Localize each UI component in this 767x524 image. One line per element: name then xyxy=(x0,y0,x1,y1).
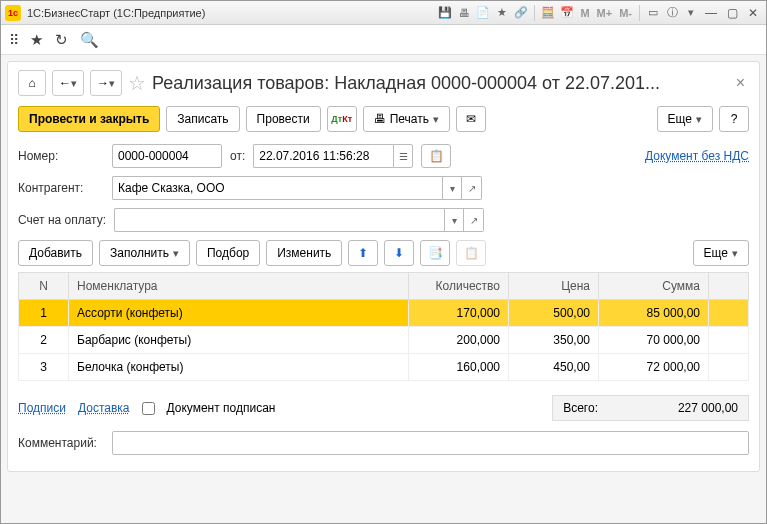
document-form: ⌂ ← ▾ → ▾ ☆ Реализация товаров: Накладна… xyxy=(7,61,760,472)
number-input[interactable] xyxy=(112,144,222,168)
items-table[interactable]: N Номенклатура Количество Цена Сумма 1Ас… xyxy=(18,272,749,381)
post-and-close-button[interactable]: Провести и закрыть xyxy=(18,106,160,132)
cell-qty[interactable]: 160,000 xyxy=(409,354,509,381)
copy-rows-button[interactable]: 📑 xyxy=(420,240,450,266)
tb-dropdown-icon[interactable]: ▾ xyxy=(683,5,699,21)
table-row[interactable]: 1Ассорти (конфеты)170,000500,0085 000,00 xyxy=(19,300,749,327)
cell-qty[interactable]: 170,000 xyxy=(409,300,509,327)
favorite-toggle-icon[interactable]: ☆ xyxy=(128,71,146,95)
more-label: Еще xyxy=(668,112,692,126)
move-down-button[interactable]: ⬇ xyxy=(384,240,414,266)
form-close-button[interactable]: × xyxy=(732,74,749,92)
table-more-label: Еще xyxy=(704,246,728,260)
signatures-link[interactable]: Подписи xyxy=(18,401,66,415)
comment-input[interactable] xyxy=(112,431,749,455)
cell-item[interactable]: Барбарис (конфеты) xyxy=(69,327,409,354)
tb-info-icon[interactable]: ⓘ xyxy=(664,5,680,21)
cell-price[interactable]: 350,00 xyxy=(509,327,599,354)
cell-sum[interactable]: 85 000,00 xyxy=(599,300,709,327)
tb-doc-icon[interactable]: 📄 xyxy=(475,5,491,21)
cell-sum[interactable]: 72 000,00 xyxy=(599,354,709,381)
table-row[interactable]: 3Белочка (конфеты)160,000450,0072 000,00 xyxy=(19,354,749,381)
tb-calendar-icon[interactable]: 📅 xyxy=(559,5,575,21)
favorites-star-icon[interactable]: ★ xyxy=(30,31,43,49)
cell-n[interactable]: 3 xyxy=(19,354,69,381)
paste-rows-button[interactable]: 📋 xyxy=(456,240,486,266)
add-row-button[interactable]: Добавить xyxy=(18,240,93,266)
dropdown-icon[interactable]: ▾ xyxy=(444,208,464,232)
tb-calc-icon[interactable]: 🧮 xyxy=(540,5,556,21)
cell-n[interactable]: 2 xyxy=(19,327,69,354)
col-price[interactable]: Цена xyxy=(509,273,599,300)
cell-price[interactable]: 500,00 xyxy=(509,300,599,327)
history-icon[interactable]: ↻ xyxy=(55,31,68,49)
help-button[interactable]: ? xyxy=(719,106,749,132)
contractor-field[interactable]: ▾ ↗ xyxy=(112,176,482,200)
col-item[interactable]: Номенклатура xyxy=(69,273,409,300)
window-close-button[interactable]: ✕ xyxy=(744,5,762,21)
dtkt-button[interactable]: ДтКт xyxy=(327,106,357,132)
invoice-field[interactable]: ▾ ↗ xyxy=(114,208,484,232)
calendar-icon[interactable]: ☰ xyxy=(393,144,413,168)
window-maximize-button[interactable]: ▢ xyxy=(723,5,741,21)
date-input[interactable] xyxy=(253,144,393,168)
col-qty[interactable]: Количество xyxy=(409,273,509,300)
open-icon[interactable]: ↗ xyxy=(464,208,484,232)
tb-link-icon[interactable]: 🔗 xyxy=(513,5,529,21)
tb-mplus-icon[interactable]: M+ xyxy=(595,7,615,19)
contractor-input[interactable] xyxy=(112,176,442,200)
table-toolbar: Добавить Заполнить ▾ Подбор Изменить ⬆ ⬇… xyxy=(18,240,749,266)
search-icon[interactable]: 🔍 xyxy=(80,31,99,49)
table-row[interactable]: 2Барбарис (конфеты)200,000350,0070 000,0… xyxy=(19,327,749,354)
page-title: Реализация товаров: Накладная 0000-00000… xyxy=(152,73,726,94)
window-title: 1С:БизнесСтарт (1С:Предприятие) xyxy=(27,7,437,19)
total-value: 227 000,00 xyxy=(638,401,738,415)
footer-links-row: Подписи Доставка Документ подписан Всего… xyxy=(18,395,749,421)
cell-price[interactable]: 450,00 xyxy=(509,354,599,381)
back-button[interactable]: ← ▾ xyxy=(52,70,84,96)
contractor-label: Контрагент: xyxy=(18,181,104,195)
invoice-label: Счет на оплату: xyxy=(18,213,106,227)
open-icon[interactable]: ↗ xyxy=(462,176,482,200)
cell-spacer xyxy=(709,354,749,381)
sections-grid-icon[interactable]: ⠿ xyxy=(9,32,18,48)
signed-label: Документ подписан xyxy=(167,401,276,415)
no-vat-link[interactable]: Документ без НДС xyxy=(645,149,749,163)
delivery-link[interactable]: Доставка xyxy=(78,401,130,415)
cell-n[interactable]: 1 xyxy=(19,300,69,327)
more-button[interactable]: Еще ▾ xyxy=(657,106,713,132)
cell-item[interactable]: Белочка (конфеты) xyxy=(69,354,409,381)
edit-button[interactable]: Изменить xyxy=(266,240,342,266)
tb-save-icon[interactable]: 💾 xyxy=(437,5,453,21)
table-header-row: N Номенклатура Количество Цена Сумма xyxy=(19,273,749,300)
fill-button[interactable]: Заполнить ▾ xyxy=(99,240,190,266)
move-up-button[interactable]: ⬆ xyxy=(348,240,378,266)
tb-windows-icon[interactable]: ▭ xyxy=(645,5,661,21)
dropdown-icon[interactable]: ▾ xyxy=(442,176,462,200)
home-button[interactable]: ⌂ xyxy=(18,70,46,96)
print-button[interactable]: 🖶 Печать ▾ xyxy=(363,106,450,132)
date-field[interactable]: ☰ xyxy=(253,144,413,168)
email-button[interactable]: ✉ xyxy=(456,106,486,132)
calendar-button[interactable]: 📋 xyxy=(421,144,451,168)
invoice-row: Счет на оплату: ▾ ↗ xyxy=(18,208,749,232)
tb-print-icon[interactable]: 🖶 xyxy=(456,5,472,21)
signed-checkbox[interactable] xyxy=(142,402,155,415)
save-button[interactable]: Записать xyxy=(166,106,239,132)
col-n[interactable]: N xyxy=(19,273,69,300)
invoice-input[interactable] xyxy=(114,208,444,232)
col-sum[interactable]: Сумма xyxy=(599,273,709,300)
cell-item[interactable]: Ассорти (конфеты) xyxy=(69,300,409,327)
tb-mminus-icon[interactable]: M- xyxy=(617,7,634,19)
tb-star-icon[interactable]: ★ xyxy=(494,5,510,21)
table-more-button[interactable]: Еще ▾ xyxy=(693,240,749,266)
window-minimize-button[interactable]: — xyxy=(702,5,720,21)
cell-sum[interactable]: 70 000,00 xyxy=(599,327,709,354)
pick-button[interactable]: Подбор xyxy=(196,240,260,266)
post-button[interactable]: Провести xyxy=(246,106,321,132)
cell-qty[interactable]: 200,000 xyxy=(409,327,509,354)
tb-m-icon[interactable]: M xyxy=(578,7,591,19)
nav-toolbar: ⠿ ★ ↻ 🔍 xyxy=(1,25,766,55)
cell-spacer xyxy=(709,327,749,354)
forward-button[interactable]: → ▾ xyxy=(90,70,122,96)
